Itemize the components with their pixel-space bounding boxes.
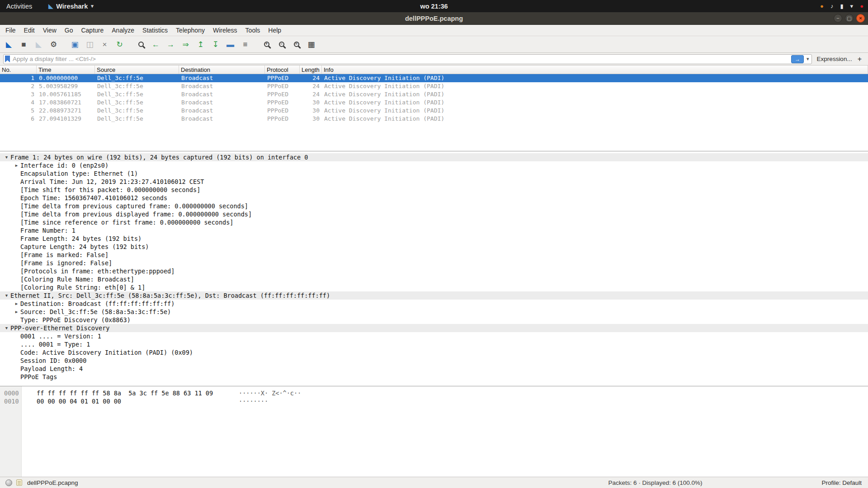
hex-row[interactable]: 001000 00 00 04 01 01 00 00········ xyxy=(0,397,868,405)
go-forward-icon[interactable]: → xyxy=(165,38,177,51)
go-back-icon[interactable]: ← xyxy=(150,38,162,51)
find-packet-icon[interactable] xyxy=(135,38,147,51)
record-icon[interactable]: ● xyxy=(860,3,863,9)
packet-detail-row[interactable]: [Time delta from previous captured frame… xyxy=(0,202,868,210)
hex-row[interactable]: 0000ff ff ff ff ff ff 58 8a 5a 3c ff 5e … xyxy=(0,389,868,397)
tray-chevron-icon[interactable]: ▾ xyxy=(850,3,854,9)
expander-icon[interactable]: ▼ xyxy=(3,324,10,332)
packet-detail-row[interactable]: [Time since reference or first frame: 0.… xyxy=(0,218,868,226)
display-filter-field[interactable]: → ▾ xyxy=(3,54,812,64)
menu-file[interactable]: File xyxy=(1,25,20,36)
packet-detail-row[interactable]: .... 0001 = Type: 1 xyxy=(0,340,868,348)
packet-detail-row[interactable]: [Protocols in frame: eth:ethertype:pppoe… xyxy=(0,267,868,275)
close-button[interactable]: × xyxy=(856,14,865,23)
packet-detail-row[interactable]: [Coloring Rule String: eth[0] & 1] xyxy=(0,283,868,291)
zoom-in-icon[interactable]: + xyxy=(260,38,273,51)
close-file-icon[interactable]: × xyxy=(99,38,111,51)
column-header-destination[interactable]: Destination xyxy=(179,66,265,74)
packet-detail-row[interactable]: ▶Interface id: 0 (enp2s0) xyxy=(0,161,868,169)
filter-history-caret-icon[interactable]: ▾ xyxy=(807,56,810,62)
expander-icon[interactable]: ▼ xyxy=(3,291,10,300)
packet-detail-row[interactable]: Frame Length: 24 bytes (192 bits) xyxy=(0,235,868,243)
zoom-out-icon[interactable]: − xyxy=(275,38,288,51)
start-capture-icon[interactable]: ◣ xyxy=(3,38,15,51)
volume-icon[interactable]: ♪ xyxy=(830,3,834,9)
open-file-icon[interactable]: ▣ xyxy=(69,38,81,51)
packet-detail-row[interactable]: Frame Number: 1 xyxy=(0,226,868,235)
packet-detail-row[interactable]: Payload Length: 4 xyxy=(0,365,868,373)
app-menu-button[interactable]: ◣ Wireshark ▾ xyxy=(48,3,94,10)
packet-detail-row[interactable]: ▼Frame 1: 24 bytes on wire (192 bits), 2… xyxy=(0,153,868,161)
restart-capture-icon[interactable]: ◣ xyxy=(33,38,45,51)
apply-filter-button[interactable]: → xyxy=(791,55,804,63)
menu-tools[interactable]: Tools xyxy=(241,25,264,36)
expander-icon[interactable]: ▼ xyxy=(3,153,10,161)
save-file-icon[interactable]: ◫ xyxy=(84,38,96,51)
statusbar-profile[interactable]: Profile: Default xyxy=(821,479,863,486)
packet-detail-row[interactable]: Code: Active Discovery Initiation (PADI)… xyxy=(0,348,868,357)
packet-detail-row[interactable]: ▶Destination: Broadcast (ff:ff:ff:ff:ff:… xyxy=(0,300,868,308)
column-header-info[interactable]: Info xyxy=(322,66,868,74)
packet-detail-row[interactable]: ▶Source: Dell_3c:ff:5e (58:8a:5a:3c:ff:5… xyxy=(0,308,868,316)
expander-icon[interactable]: ▶ xyxy=(13,300,20,308)
capture-comment-icon[interactable] xyxy=(16,479,22,486)
expression-button[interactable]: Expression... xyxy=(816,56,853,62)
column-header-length[interactable]: Length xyxy=(300,66,322,74)
zoom-original-icon[interactable]: = xyxy=(290,38,302,51)
packet-detail-row[interactable]: Capture Length: 24 bytes (192 bits) xyxy=(0,243,868,251)
packet-detail-row[interactable]: [Time shift for this packet: 0.000000000… xyxy=(0,186,868,194)
capture-options-icon[interactable]: ⚙ xyxy=(47,38,60,51)
packet-detail-row[interactable]: Session ID: 0x0000 xyxy=(0,357,868,365)
display-filter-input[interactable] xyxy=(13,56,788,62)
packet-detail-row[interactable]: [Time delta from previous displayed fram… xyxy=(0,210,868,218)
packet-detail-row[interactable]: ▼Ethernet II, Src: Dell_3c:ff:5e (58:8a:… xyxy=(0,291,868,300)
menu-wireless[interactable]: Wireless xyxy=(209,25,241,36)
packet-detail-row[interactable]: Arrival Time: Jun 12, 2019 21:23:27.4101… xyxy=(0,178,868,186)
indicator-icon[interactable]: ● xyxy=(820,3,824,9)
packet-detail-row[interactable]: 0001 .... = Version: 1 xyxy=(0,332,868,340)
column-header-time[interactable]: Time xyxy=(37,66,95,74)
packet-row[interactable]: 10.000000000Dell_3c:ff:5eBroadcastPPPoED… xyxy=(0,74,868,82)
go-last-icon[interactable]: ↧ xyxy=(209,38,222,51)
menu-edit[interactable]: Edit xyxy=(20,25,39,36)
menu-go[interactable]: Go xyxy=(61,25,77,36)
column-header-no[interactable]: No. xyxy=(0,66,37,74)
filter-bookmark-icon[interactable] xyxy=(5,56,10,62)
menu-telephony[interactable]: Telephony xyxy=(172,25,209,36)
packet-detail-row[interactable]: Type: PPPoE Discovery (0x8863) xyxy=(0,316,868,324)
colorize-icon[interactable]: ≡ xyxy=(239,38,251,51)
packet-detail-row[interactable]: [Coloring Rule Name: Broadcast] xyxy=(0,275,868,283)
column-header-protocol[interactable]: Protocol xyxy=(265,66,300,74)
maximize-button[interactable]: ▢ xyxy=(845,14,854,23)
packet-row[interactable]: 522.088973271Dell_3c:ff:5eBroadcastPPPoE… xyxy=(0,107,868,115)
packet-detail-row[interactable]: [Frame is ignored: False] xyxy=(0,259,868,267)
menu-analyze[interactable]: Analyze xyxy=(108,25,138,36)
menu-view[interactable]: View xyxy=(39,25,61,36)
packet-row[interactable]: 417.083860721Dell_3c:ff:5eBroadcastPPPoE… xyxy=(0,99,868,107)
packet-detail-row[interactable]: Encapsulation type: Ethernet (1) xyxy=(0,169,868,178)
minimize-button[interactable]: − xyxy=(834,14,842,23)
column-header-source[interactable]: Source xyxy=(95,66,179,74)
go-to-packet-icon[interactable]: ⇒ xyxy=(179,38,192,51)
packet-detail-row[interactable]: [Frame is marked: False] xyxy=(0,251,868,259)
expert-info-icon[interactable] xyxy=(5,479,12,486)
packet-detail-row[interactable]: ▼PPP-over-Ethernet Discovery xyxy=(0,324,868,332)
packet-row[interactable]: 310.005761185Dell_3c:ff:5eBroadcastPPPoE… xyxy=(0,90,868,99)
menu-help[interactable]: Help xyxy=(264,25,285,36)
packet-row[interactable]: 25.003958299Dell_3c:ff:5eBroadcastPPPoED… xyxy=(0,82,868,90)
expander-icon[interactable]: ▶ xyxy=(13,308,20,316)
expander-icon[interactable]: ▶ xyxy=(13,161,20,169)
go-first-icon[interactable]: ↥ xyxy=(194,38,207,51)
stop-capture-icon[interactable]: ■ xyxy=(18,38,30,51)
menu-capture[interactable]: Capture xyxy=(77,25,108,36)
add-filter-button[interactable]: + xyxy=(857,55,865,63)
packet-row[interactable]: 627.094101329Dell_3c:ff:5eBroadcastPPPoE… xyxy=(0,115,868,123)
reload-icon[interactable]: ↻ xyxy=(113,38,126,51)
menu-statistics[interactable]: Statistics xyxy=(138,25,172,36)
packet-detail-row[interactable]: Epoch Time: 1560367407.410106012 seconds xyxy=(0,194,868,202)
activities-button[interactable]: Activities xyxy=(6,3,32,10)
resize-columns-icon[interactable]: ▦ xyxy=(305,38,317,51)
battery-icon[interactable]: ▮ xyxy=(840,3,843,9)
packet-detail-row[interactable]: PPPoE Tags xyxy=(0,373,868,381)
auto-scroll-icon[interactable]: ▬ xyxy=(224,38,236,51)
